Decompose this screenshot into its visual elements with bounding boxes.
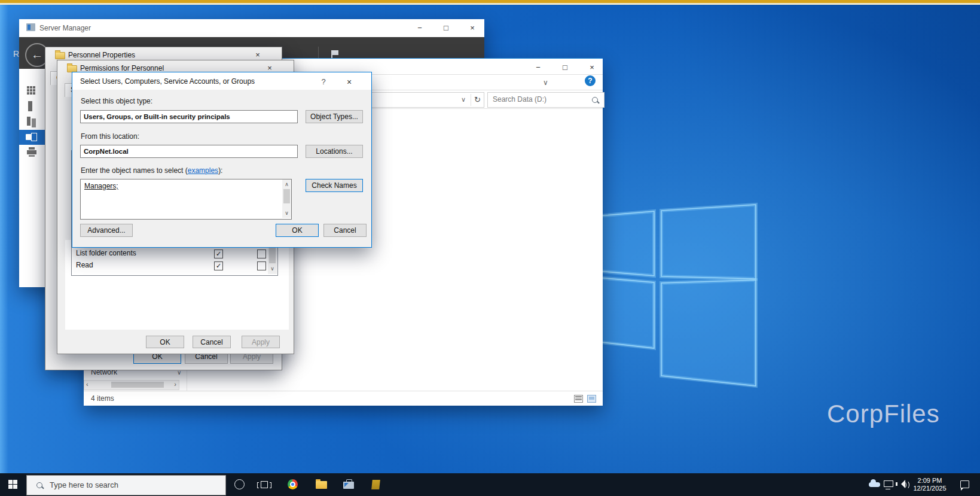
- scroll-down-icon[interactable]: ∨: [268, 266, 277, 272]
- chrome-icon[interactable]: [288, 479, 298, 489]
- search-icon: [36, 482, 42, 488]
- minimize-icon[interactable]: −: [411, 22, 429, 34]
- task-view-icon[interactable]: [261, 481, 268, 488]
- thumbnail-view-icon[interactable]: [587, 395, 596, 403]
- network-icon[interactable]: [884, 480, 893, 487]
- select-users-title: Select Users, Computers, Service Account…: [80, 77, 255, 86]
- server-manager-title: Server Manager: [39, 24, 91, 32]
- sidebar-all-servers-icon-2: [32, 118, 36, 127]
- desktop-stray-label: R: [13, 49, 19, 59]
- notifications-flag-icon[interactable]: [332, 50, 338, 55]
- onedrive-icon[interactable]: [869, 482, 880, 487]
- file-explorer-icon[interactable]: [316, 481, 327, 489]
- cancel-button[interactable]: Cancel: [193, 336, 231, 348]
- file-storage-page-icon: [31, 133, 37, 141]
- refresh-icon[interactable]: ↻: [474, 95, 481, 104]
- locations-button[interactable]: Locations...: [306, 145, 363, 158]
- ribbon-collapse-chevron-icon[interactable]: ∨: [543, 78, 548, 87]
- taskbar: Type here to search 2:09 PM 12/21/2025: [0, 473, 980, 496]
- permissions-title: Permissions for Personnel: [80, 64, 164, 72]
- select-users-titlebar[interactable]: Select Users, Computers, Service Account…: [72, 72, 371, 90]
- permission-row-label: List folder contents: [76, 249, 136, 257]
- personnel-properties-title: Personnel Properties: [68, 51, 135, 59]
- sidebar-printer-icon[interactable]: [27, 150, 36, 154]
- corpfiles-watermark: CorpFiles: [827, 400, 940, 428]
- explorer-search-box[interactable]: Search Data (D:): [487, 92, 605, 108]
- address-divider: [471, 94, 471, 106]
- object-name-value[interactable]: Managers;: [84, 182, 118, 190]
- permission-row-label: Read: [76, 261, 93, 269]
- object-types-button[interactable]: Object Types...: [306, 110, 363, 123]
- search-placeholder: Search Data (D:): [493, 95, 547, 104]
- gold-top-border-line: [0, 3, 980, 5]
- scroll-down-icon[interactable]: ∨: [282, 210, 291, 216]
- advanced-button[interactable]: Advanced...: [80, 224, 133, 237]
- volume-icon[interactable]: [896, 480, 906, 489]
- check-names-button[interactable]: Check Names: [306, 179, 363, 192]
- names-vscrollbar[interactable]: ∧ ∨: [282, 179, 291, 218]
- close-icon[interactable]: ×: [249, 49, 267, 61]
- minimize-icon[interactable]: −: [529, 62, 547, 74]
- location-label: From this location:: [81, 132, 139, 141]
- nav-pane-hscrollbar[interactable]: ‹ ›: [84, 380, 179, 390]
- scroll-left-icon[interactable]: ‹: [86, 381, 88, 388]
- cancel-button[interactable]: Cancel: [323, 224, 367, 237]
- explorer-status-bar: 4 items: [84, 391, 603, 406]
- sidebar-file-storage-selected[interactable]: [19, 130, 45, 145]
- details-view-icon[interactable]: [574, 395, 583, 403]
- vscroll-thumb[interactable]: [269, 247, 276, 263]
- sidebar-printer-paper: [29, 147, 35, 150]
- clock-time[interactable]: 2:09 PM: [911, 477, 948, 484]
- explorer-help-icon[interactable]: ?: [585, 75, 596, 86]
- server-manager-app-icon: [26, 23, 35, 31]
- names-label: Enter the object names to select (exampl…: [81, 166, 222, 175]
- apply-button[interactable]: Apply: [242, 336, 280, 348]
- maximize-icon[interactable]: □: [556, 62, 574, 74]
- address-dropdown-icon[interactable]: ∨: [461, 96, 466, 104]
- examples-link[interactable]: examples: [188, 166, 218, 175]
- cortana-icon[interactable]: [234, 479, 245, 489]
- maximize-icon[interactable]: □: [437, 22, 455, 34]
- close-icon[interactable]: ×: [340, 76, 358, 88]
- folder-shortcut-icon[interactable]: [372, 480, 380, 489]
- deny-checkbox[interactable]: [257, 261, 266, 270]
- ok-button[interactable]: OK: [276, 224, 319, 237]
- sidebar-all-servers-icon[interactable]: [27, 117, 30, 126]
- allow-checkbox[interactable]: ✓: [214, 249, 223, 258]
- clock-date[interactable]: 12/21/2025: [911, 485, 948, 492]
- hscroll-thumb[interactable]: [111, 382, 164, 388]
- taskbar-search-placeholder: Type here to search: [50, 480, 118, 489]
- select-users-dialog: Select Users, Computers, Service Account…: [72, 72, 372, 248]
- back-arrow-icon: ←: [31, 48, 43, 61]
- folder-icon: [55, 52, 65, 59]
- search-icon: [592, 97, 598, 103]
- object-type-label: Select this object type:: [81, 97, 152, 105]
- deny-checkbox[interactable]: [257, 249, 266, 258]
- sidebar-dashboard-icon[interactable]: [27, 86, 29, 89]
- vscroll-thumb[interactable]: [283, 189, 290, 203]
- status-item-count: 4 items: [91, 394, 114, 403]
- scroll-up-icon[interactable]: ∧: [282, 181, 291, 187]
- object-type-field[interactable]: Users, Groups, or Built-in security prin…: [80, 110, 298, 123]
- wallpaper-edge-glow: [0, 0, 8, 496]
- close-icon[interactable]: ×: [583, 62, 601, 74]
- allow-checkbox[interactable]: ✓: [214, 261, 223, 270]
- server-manager-icon[interactable]: [343, 482, 354, 489]
- ok-button[interactable]: OK: [146, 336, 184, 348]
- location-field[interactable]: CorpNet.local: [80, 145, 298, 158]
- scroll-right-icon[interactable]: ›: [174, 381, 176, 388]
- help-icon[interactable]: ?: [315, 76, 332, 88]
- sidebar-local-server-icon[interactable]: [28, 101, 32, 111]
- server-manager-titlebar[interactable]: Server Manager − □ ×: [19, 19, 484, 38]
- screen: CorpFiles R Server Manager − □ × ↻ Manag…: [0, 0, 980, 496]
- taskbar-search-box[interactable]: Type here to search: [26, 475, 226, 495]
- start-button[interactable]: [8, 480, 17, 489]
- action-center-icon[interactable]: [960, 480, 969, 488]
- windows-logo-wallpaper: [574, 191, 777, 395]
- close-icon[interactable]: ×: [463, 22, 481, 34]
- object-names-field[interactable]: Managers; ∧ ∨: [80, 179, 292, 220]
- sidebar-printer-tray: [29, 155, 35, 157]
